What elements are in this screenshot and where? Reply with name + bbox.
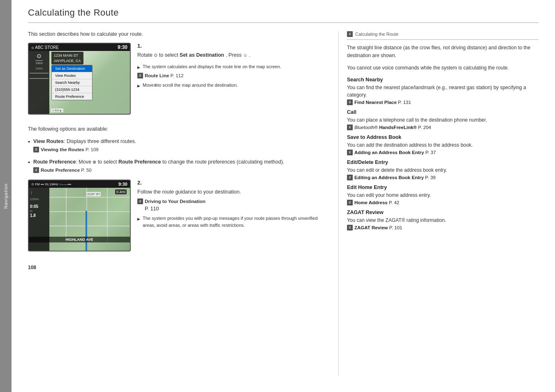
road-h1 [49, 197, 130, 198]
ref-text-search: Find Nearest Place P. 131 [354, 100, 411, 105]
street-21st: 21ST ST [86, 192, 101, 196]
menu-route-pref: Route Preference [52, 93, 92, 100]
map1-menu: Set as Destination View Routes Search Ne… [51, 65, 92, 100]
map1-bottom-scale: 1.4mi▲ [51, 108, 63, 112]
section-title-zagat: ZAGAT Review [347, 210, 539, 215]
bullet-list: View Routes: Displays three different ro… [28, 138, 326, 175]
screen2-mock: ⊙ FM ▪▪▪ 91.1MHz ○——▪▪▪ 9:30 ↑ 1/20mi 0:… [28, 180, 131, 251]
step2-ref1-page: P. 110 [145, 206, 326, 212]
section-ref-zagat: 2 ZAGAT Review P. 101 [347, 225, 539, 231]
ref-icon-3: 2 [33, 167, 39, 173]
right-col: 2 Calculating the Route The straight lin… [338, 31, 539, 376]
road-bottom-label: HIGHLAND AVE [29, 237, 130, 242]
page-header: Calculating the Route [28, 0, 539, 23]
route-highlight [86, 211, 87, 251]
step2-ref1: 2 Driving to Your Destination [137, 198, 326, 204]
map2-time-block: 0:05 to 1.8 [30, 204, 48, 218]
ref-text-zagat: ZAGAT Review P. 101 [354, 225, 402, 230]
map2-arrow: ↑ [30, 189, 48, 196]
screen1-mock: ⊙ ABC STORE 9:30 ⊙ 1/8mi 1/8mi [28, 43, 131, 115]
road-v1 [66, 188, 67, 242]
ref-icon-zagat: 2 [347, 225, 353, 231]
sidebar-header: 2 Calculating the Route [347, 31, 539, 40]
bullet-item-1: View Routes: Displays three different ro… [28, 138, 326, 155]
bullet1-ref-text: Viewing the Routes P. 109 [41, 146, 99, 153]
ref-icon-home: 2 [347, 200, 353, 205]
menu-phone: (310)555-1234 [52, 86, 92, 93]
section-body-call: You can place a telephone call to the de… [347, 116, 539, 124]
ref-icon-edit: 2 [347, 175, 353, 180]
section-title-home: Edit Home Entry [347, 184, 539, 190]
step1-text2: to select [159, 52, 180, 58]
section-ref-call: 2 Bluetooth® HandsFreeLink® P. 204 [347, 125, 539, 130]
ref1-text: Route Line P. 112 [145, 73, 183, 78]
menu-view-routes: View Routes [52, 72, 92, 79]
ref-text-call: Bluetooth® HandsFreeLink® P. 204 [354, 125, 431, 130]
step1-arrow2-text: Move [143, 82, 154, 89]
section-body-zagat: You can view the ZAGAT® rating informati… [347, 217, 539, 224]
sidebar-section-address-book: Save to Address Book You can add the des… [347, 134, 539, 155]
sidebar-navigation-tab: Navigation [0, 0, 12, 392]
step1-arrow1-text: The system calculates and displays the r… [143, 63, 281, 71]
ref-text-edit: Editing an Address Book Entry P. 39 [354, 175, 435, 180]
section-ref-home: 2 Home Address P. 42 [347, 200, 539, 205]
ref-icon-search: 2 [347, 99, 353, 105]
ref-icon-4: 2 [137, 198, 143, 204]
ref-icon-2: 2 [33, 147, 39, 152]
step1-text1: Rotate [137, 52, 154, 58]
section-title-search: Search Nearby [347, 77, 539, 83]
map1-time: 9:30 [118, 44, 127, 50]
step2-area: ⊙ FM ▪▪▪ 91.1MHz ○——▪▪▪ 9:30 ↑ 1/20mi 0:… [28, 180, 326, 256]
step2-arrow1: The system provides you with pop-up mess… [137, 214, 326, 229]
menu-search-nearby: Search Nearby [52, 79, 92, 86]
sidebar-header-text: Calculating the Route [355, 32, 398, 37]
bullet-intro: The following options are available: [28, 126, 326, 132]
page-container: Navigation Calculating the Route This se… [0, 0, 555, 392]
page-number: 108 [28, 265, 326, 270]
step1-icon1: ⊙ [154, 53, 157, 58]
section-ref-search: 2 Find Nearest Place P. 131 [347, 99, 539, 105]
map2-time: 9:30 [118, 182, 127, 187]
section-ref-edit: 2 Editing an Address Book Entry P. 39 [347, 175, 539, 180]
two-col-layout: This section describes how to calculate … [28, 31, 539, 376]
section-body-home: You can edit your home address entry. [347, 191, 539, 199]
map1-address: 1234 MAIN ST ANYPLACE, CA [51, 52, 83, 65]
main-content: Calculating the Route This section descr… [12, 0, 555, 392]
section-title-address: Save to Address Book [347, 134, 539, 140]
step1-ref1: 2 Route Line P. 112 [137, 73, 326, 78]
step2-arrow1-text: The system provides you with pop-up mess… [143, 215, 326, 229]
section-body-edit: You can edit or delete the address book … [347, 166, 539, 174]
sidebar-note2: You cannot use voice commands while the … [347, 64, 539, 72]
step1-area: ⊙ ABC STORE 9:30 ⊙ 1/8mi 1/8mi [28, 43, 326, 120]
left-col: This section describes how to calculate … [28, 31, 326, 376]
step1-text4: . [249, 52, 250, 58]
step1-arrow2-end: to scroll the map around the destination… [157, 82, 238, 89]
intro-text: This section describes how to calculate … [28, 31, 326, 37]
menu-set-destination: Set as Destination [52, 65, 92, 72]
map1-background: ⊙ ABC STORE 9:30 ⊙ 1/8mi 1/8mi [29, 44, 130, 114]
step1-move-icon: ⊕ [154, 82, 157, 89]
ref-text-home: Home Address P. 42 [354, 200, 399, 205]
map1-topbar: ⊙ ABC STORE 9:30 [29, 44, 130, 51]
sidebar-section-zagat: ZAGAT Review You can view the ZAGAT® rat… [347, 210, 539, 231]
ref-text-address: Adding an Address Book Entry P. 37 [354, 150, 436, 155]
section-body-address: You can add the destination address to t… [347, 141, 539, 149]
sidebar-section-call: Call You can place a telephone call to t… [347, 109, 539, 130]
bullet2-text: Route Preference: Move ⊕ to select Route… [33, 158, 284, 175]
bullet1-text: View Routes: Displays three different ro… [33, 138, 136, 155]
section-title-call: Call [347, 109, 539, 115]
ref-icon-call: 2 [347, 125, 353, 130]
step1-bold: Set as Destination [180, 52, 224, 58]
map2-fm: ⊙ FM ▪▪▪ 91.1MHz ○——▪▪▪ [31, 182, 71, 186]
ref-icon-address: 2 [347, 150, 353, 155]
bullet1-ref: 2 Viewing the Routes P. 109 [33, 146, 136, 153]
map1-left-panel: ⊙ 1/8mi 1/8mi [29, 51, 49, 114]
sidebar-label: Navigation [3, 183, 8, 209]
section-title-edit: Edit/Delete Entry [347, 159, 539, 165]
sidebar-note1: The straight line distance (as the crow … [347, 44, 539, 59]
bullet-item-2: Route Preference: Move ⊕ to select Route… [28, 158, 326, 175]
step2-number: 2. [137, 180, 326, 186]
sidebar-section-edit-delete: Edit/Delete Entry You can edit or delete… [347, 159, 539, 180]
map1-store: ⊙ ABC STORE [31, 45, 59, 50]
step1-arrow2: Move ⊕ to scroll the map around the dest… [137, 81, 326, 89]
